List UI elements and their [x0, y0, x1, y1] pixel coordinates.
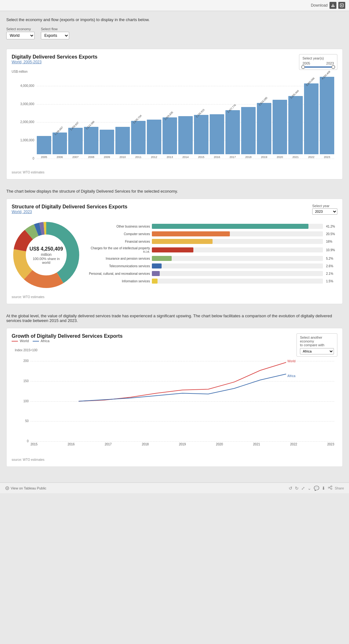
bar-col[interactable]: 2,427,7762017 — [225, 110, 240, 159]
bar-col[interactable]: 2014 — [178, 116, 193, 159]
share-icon[interactable] — [328, 485, 332, 491]
svg-point-14 — [328, 487, 330, 488]
tableau-link[interactable]: View on Tableau Public — [5, 486, 46, 490]
select-year-box: Select year 2023 — [312, 204, 337, 215]
bar-col[interactable]: 1,514,3662008 — [84, 127, 98, 159]
growth-chart-card: Growth of Digitally Delivered Services E… — [6, 328, 343, 467]
bar-chart-source: source: WTO estimates — [12, 171, 337, 174]
bar-col[interactable]: 2010 — [115, 127, 130, 159]
struct-bar-row: Personal, cultural, and recreational ser… — [87, 271, 337, 276]
bar-col[interactable]: 2005 — [37, 136, 51, 159]
bar-col[interactable]: 2020 — [273, 100, 287, 159]
bar-rect — [288, 96, 303, 154]
y-grid-line — [37, 86, 334, 86]
download-icon-1[interactable]: ​ — [330, 2, 336, 9]
bar-col[interactable]: 1,459,9372007 — [68, 128, 83, 159]
y-axis-tick: 0 — [12, 157, 34, 160]
growth-grid-line — [30, 441, 334, 442]
download-icon-2[interactable] — [338, 2, 345, 9]
bar-chart-card: Digitally Delivered Services Exports Wor… — [6, 49, 343, 179]
y-grid-line — [37, 159, 334, 159]
structure-bars: Other business services41.2%Computer ser… — [87, 224, 337, 286]
struct-bar-label: Financial services — [87, 240, 150, 243]
struct-bar-row: Financial services16% — [87, 239, 337, 244]
bar-col[interactable]: 1,835,7042011 — [131, 121, 146, 159]
download-bottom-icon[interactable]: ⬇ — [322, 486, 325, 491]
year-end: 2023 — [326, 61, 334, 65]
struct-bar-fill — [152, 231, 230, 236]
struct-bar-row: Telecommunications services2.6% — [87, 263, 337, 268]
struct-bar-label: Information services — [87, 280, 150, 283]
bar-col[interactable]: 3,205,4042021 — [288, 96, 303, 159]
bar-chart-subtitle: World, 2005-2023 — [12, 60, 337, 64]
bar-col[interactable]: 2,819,2852019 — [257, 103, 271, 159]
africa-legend-text: Africa — [41, 339, 49, 343]
growth-chart-source: source: WTO estimates — [12, 458, 337, 461]
donut-chart-subtitle: World, 2023 — [12, 210, 337, 214]
y-axis-tick: 3,000,000 — [12, 102, 34, 106]
growth-x-label: 2018 — [142, 443, 149, 446]
economy-label: Select economy — [6, 27, 35, 31]
struct-bar-row: Information services1.5% — [87, 279, 337, 284]
bar-col[interactable]: 2018 — [241, 107, 256, 159]
flow-select[interactable]: Exports Imports — [41, 32, 69, 39]
bar-rect — [320, 77, 334, 154]
expand-down-icon[interactable]: ⌄ — [307, 486, 311, 491]
donut-section: US$ 4,250,409 million 100.00% share in w… — [12, 217, 337, 293]
world-legend-text: World — [20, 339, 29, 343]
growth-y-tick: 100 — [13, 399, 29, 403]
undo-icon[interactable]: ↺ — [289, 486, 292, 491]
bar-col[interactable]: 3,900,0662022 — [304, 83, 319, 159]
bar-rect — [194, 115, 208, 154]
donut-chart-card: Structure of Digitally Delivered Service… — [6, 199, 343, 304]
struct-bar-row: Computer services20.5% — [87, 231, 337, 236]
struct-bar-track — [152, 271, 323, 276]
top-bar: Download ​ — [0, 0, 349, 11]
growth-line-svg: WorldAfrica — [30, 353, 334, 441]
struct-bar-track — [152, 247, 323, 252]
bar-rect — [241, 107, 256, 154]
growth-legend-subtitle: World Africa — [12, 339, 337, 343]
year-start: 2005 — [302, 61, 310, 65]
bar-rect — [100, 130, 114, 154]
growth-x-label: 2020 — [216, 443, 223, 446]
struct-bar-row: Insurance and pension services5.2% — [87, 256, 337, 261]
bar-chart-container: US$ million 01,000,0002,000,0003,000,000… — [12, 67, 337, 168]
economy-select[interactable]: World — [6, 32, 35, 39]
world-end-label: World — [287, 359, 296, 363]
select-year-select[interactable]: 2023 — [312, 208, 337, 215]
expand-icon[interactable]: ⤢ — [301, 486, 305, 491]
section2-text: The chart below displays the structure o… — [6, 189, 343, 194]
comment-icon[interactable]: 💬 — [314, 486, 319, 491]
growth-x-label: 2023 — [327, 443, 334, 446]
bar-col[interactable]: 2012 — [147, 120, 161, 159]
bar-col[interactable]: 2,026,8352013 — [163, 117, 177, 159]
struct-bar-track — [152, 224, 323, 229]
struct-bar-pct: 20.5% — [326, 232, 337, 236]
bar-x-label: 2005 — [41, 155, 47, 159]
struct-bar-fill — [152, 247, 193, 252]
bar-x-label: 2013 — [167, 155, 173, 159]
svg-point-15 — [331, 488, 332, 489]
bar-chart-area: 01,000,0002,000,0003,000,0004,000,000200… — [37, 77, 334, 159]
struct-bar-label: Charges for the use of intellectual prop… — [87, 246, 150, 253]
bar-col[interactable]: 2,156,9152015 — [194, 115, 208, 159]
flow-label: Select flow — [41, 27, 69, 31]
bar-x-label: 2010 — [119, 155, 126, 159]
bar-x-label: 2020 — [277, 155, 283, 159]
struct-bar-fill — [152, 224, 308, 229]
redo-icon[interactable]: ↻ — [295, 486, 299, 491]
year-range-label: Select year(s) — [302, 56, 334, 60]
bar-col[interactable]: 4,250,4092023 — [320, 77, 334, 159]
bar-rect — [257, 103, 271, 154]
struct-bar-track — [152, 231, 323, 236]
struct-bar-pct: 16% — [326, 240, 337, 243]
share-label[interactable]: Share — [335, 486, 344, 490]
bar-col[interactable]: 2009 — [100, 130, 114, 159]
bar-col[interactable]: 2016 — [210, 114, 224, 159]
struct-bar-fill — [152, 239, 213, 244]
bar-x-label: 2021 — [292, 155, 299, 159]
tableau-icon — [5, 486, 9, 490]
bar-x-label: 2012 — [151, 155, 157, 159]
bar-col[interactable]: 1,196,6672006 — [53, 133, 67, 159]
